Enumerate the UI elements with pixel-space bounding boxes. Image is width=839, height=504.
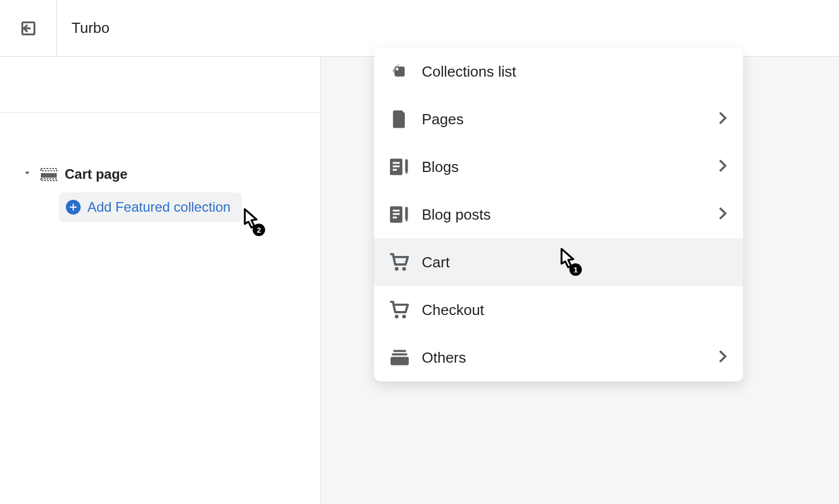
svg-rect-8 xyxy=(405,159,408,172)
menu-item-pages[interactable]: Pages xyxy=(374,95,743,143)
menu-item-label: Cart xyxy=(422,254,727,271)
menu-item-checkout[interactable]: Checkout xyxy=(374,286,743,334)
svg-rect-19 xyxy=(392,354,407,356)
cart-icon xyxy=(390,253,409,272)
svg-rect-5 xyxy=(393,162,400,164)
page-icon xyxy=(390,110,409,129)
menu-item-cart[interactable]: Cart xyxy=(374,238,743,286)
svg-rect-2 xyxy=(41,173,57,178)
section-label: Cart page xyxy=(65,166,128,182)
page-dropdown-menu: Collections list Pages Blogs Blog posts … xyxy=(374,48,743,381)
menu-item-label: Blog posts xyxy=(422,206,706,224)
stack-icon xyxy=(390,348,409,367)
plus-circle-icon xyxy=(66,200,81,215)
add-label: Add Featured collection xyxy=(87,199,230,215)
svg-rect-7 xyxy=(393,169,397,171)
menu-item-label: Blogs xyxy=(422,158,706,176)
blog-icon xyxy=(390,157,409,177)
add-featured-collection-button[interactable]: Add Featured collection xyxy=(59,192,242,222)
blog-icon xyxy=(390,205,409,224)
menu-item-label: Collections list xyxy=(422,63,727,81)
exit-icon xyxy=(19,19,37,37)
menu-item-collections-list[interactable]: Collections list xyxy=(374,48,743,95)
chevron-right-icon xyxy=(718,350,727,366)
menu-item-others[interactable]: Others xyxy=(374,334,743,381)
chevron-right-icon xyxy=(718,207,727,222)
svg-rect-1 xyxy=(41,169,57,171)
section-icon xyxy=(40,167,58,181)
exit-button[interactable] xyxy=(0,0,57,57)
svg-rect-13 xyxy=(405,207,408,220)
chevron-right-icon xyxy=(718,111,727,127)
theme-title: Turbo xyxy=(57,19,839,37)
svg-point-17 xyxy=(402,315,406,319)
svg-rect-11 xyxy=(393,213,400,215)
menu-item-blogs[interactable]: Blogs xyxy=(374,143,743,191)
tag-icon xyxy=(390,62,409,81)
chevron-right-icon xyxy=(718,159,727,175)
sidebar-panel: Cart page Add Featured collection xyxy=(0,57,321,504)
svg-rect-6 xyxy=(393,166,400,167)
section-cart-page[interactable]: Cart page xyxy=(0,164,320,184)
svg-point-16 xyxy=(395,315,399,319)
menu-item-blog-posts[interactable]: Blog posts xyxy=(374,191,743,238)
svg-rect-10 xyxy=(393,210,400,212)
menu-item-label: Others xyxy=(422,349,706,367)
collapse-toggle-icon[interactable] xyxy=(23,169,33,180)
svg-point-15 xyxy=(402,267,406,271)
svg-rect-12 xyxy=(393,217,397,219)
svg-rect-3 xyxy=(41,179,57,180)
menu-item-label: Checkout xyxy=(422,301,727,319)
svg-rect-18 xyxy=(393,350,406,352)
svg-rect-20 xyxy=(391,357,409,366)
menu-item-label: Pages xyxy=(422,111,706,128)
svg-point-14 xyxy=(395,267,399,271)
cart-icon xyxy=(390,300,409,320)
